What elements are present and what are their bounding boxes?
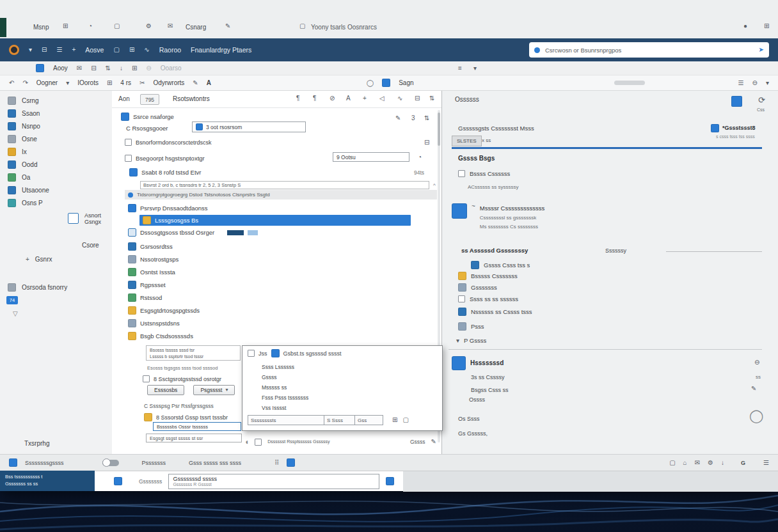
inspector-list-item[interactable]: ▾P Gssss — [456, 336, 486, 345]
browser-logo-icon[interactable] — [9, 45, 19, 55]
no-format-icon[interactable]: ⊘ — [329, 95, 335, 102]
checkbox[interactable] — [125, 155, 132, 162]
sidebar-group-item[interactable]: Asnort Gsngx — [68, 214, 112, 223]
footer-item-row[interactable]: 8 Sssorstd Gssp tssrt tsssbr — [144, 412, 228, 422]
recipient-input[interactable]: 3 oot rsosrsom — [192, 121, 306, 132]
sidebar-item[interactable]: Utsaoone — [8, 185, 49, 195]
collapse-icon[interactable]: ⊖ — [754, 359, 759, 366]
progress-list-item[interactable]: Dssosgtgsoss tbssd Osrger — [128, 228, 258, 237]
grid2-icon[interactable]: ⊟ — [91, 65, 96, 72]
pen-icon[interactable]: ✎ — [225, 23, 230, 29]
add-icon[interactable]: + — [363, 95, 367, 102]
note-box[interactable]: Bsosss tsssss sssd tsr Lsssss b ssptsrtr… — [146, 345, 241, 361]
dots-icon[interactable]: ⠿ — [274, 460, 279, 466]
option-row[interactable]: 8 Ssctgsrotgsstssd osrotgr — [143, 374, 221, 384]
subject-input[interactable]: 9 Ootsu — [333, 152, 409, 162]
scissors-icon[interactable]: ✂ — [139, 80, 145, 86]
link-row[interactable]: C Sssspsg Psr Rssfgrssgsss — [144, 401, 214, 411]
grid-icon[interactable]: ⊞ — [129, 47, 134, 53]
back-tri-icon[interactable]: ◁ — [379, 95, 385, 102]
checkbox[interactable] — [125, 139, 132, 146]
paragraph-icon[interactable]: ¶ — [296, 95, 299, 102]
undo-icon[interactable]: ↶ — [9, 80, 14, 86]
search-row[interactable]: Ssrce nsaforge — [121, 112, 174, 121]
pin-icon[interactable] — [711, 124, 719, 132]
monitor-card[interactable]: ~ Mssssr Csssssssssssss Cssssssssl ss gs… — [452, 203, 544, 213]
dialog-menu-item[interactable]: Fsss Psss tsssssss — [262, 395, 308, 401]
checkbox[interactable] — [458, 295, 465, 302]
header-badge[interactable]: 795 — [140, 94, 159, 105]
inspector-list-item[interactable]: Bsssss Csssssss — [458, 271, 518, 281]
inspector-list-item[interactable]: Gssss Csss tss s — [471, 260, 530, 270]
selected-list-item[interactable]: Lsssgsosgss Bs — [139, 215, 411, 226]
sidebar-item[interactable]: Nsnpo — [8, 121, 40, 131]
inspector-list-item[interactable]: Nssssss ss Cssss tsss — [458, 307, 532, 317]
clock-icon[interactable]: ◔ — [88, 23, 92, 29]
paragraph-icon[interactable]: ¶ — [313, 95, 316, 102]
dialog-cell[interactable]: Ssssssssts — [248, 415, 324, 425]
collapse-icon[interactable]: ⊖ — [752, 80, 758, 86]
document-icon[interactable] — [731, 96, 742, 107]
format-letter[interactable]: A — [207, 79, 211, 86]
expand-icon[interactable]: ▢ — [402, 417, 408, 423]
chevron-down-icon[interactable]: ▾ — [66, 80, 69, 86]
chevron-down-icon[interactable]: ▾ — [29, 47, 32, 53]
scrollbar-thumb[interactable] — [438, 113, 440, 146]
sidebar-item[interactable]: Ssaon — [8, 109, 40, 118]
sidebar-sub-item[interactable]: Osrsoda fsnorry — [8, 283, 67, 292]
attachment-row[interactable]: Ssabt 8 rofd tstsd Etvr 94ts — [129, 168, 201, 177]
pen-icon[interactable]: ✎ — [751, 386, 756, 392]
hamburger-icon[interactable]: ☰ — [763, 460, 769, 466]
gear-icon[interactable]: ⚙ — [146, 23, 152, 29]
option-check-row[interactable]: Bsnorformdonscorsctetrdscsk — [125, 137, 212, 147]
sort-icon[interactable]: ⇅ — [429, 95, 434, 102]
wave-icon[interactable]: ∿ — [397, 95, 402, 102]
grid-icon[interactable]: ⊞ — [63, 23, 68, 29]
pen-icon[interactable]: ✎ — [431, 439, 436, 445]
ribbon-tab[interactable]: Aooy — [53, 65, 68, 72]
toolbar-item-odyrwrorts[interactable]: Odyrwrorts — [153, 79, 184, 86]
list-options-icon[interactable]: ≡ — [458, 65, 462, 72]
toolbar-item-sagn[interactable]: Sagn — [399, 79, 413, 86]
address-search-bar[interactable]: Csrcwosn or Bsunrsnprgpos ➤ — [529, 42, 769, 58]
mail-icon[interactable]: ✉ — [695, 460, 700, 466]
download-icon[interactable]: ↓ — [721, 460, 724, 466]
bottom-input[interactable]: Gsssssssd sssss Gsssssss R Gsssst — [168, 474, 379, 489]
dialog-cell[interactable]: S Ssss — [324, 415, 355, 425]
list-item[interactable]: Esgsgtdrtosgspgtssds — [128, 306, 200, 315]
caret-up-icon[interactable]: ^ — [433, 183, 436, 188]
dialog-menu-item[interactable]: Gssss — [262, 374, 277, 380]
primary-button[interactable]: Esssosbs — [147, 385, 184, 395]
list-item[interactable]: Gsrsosrdtss — [128, 242, 173, 251]
menu-icon[interactable]: ☰ — [56, 47, 62, 53]
list-item[interactable]: Psrsvrp Dnssaodtdaonss — [128, 203, 208, 213]
sidebar-expander[interactable]: ▽ — [13, 309, 18, 318]
checkbox[interactable] — [255, 439, 262, 446]
add-icon[interactable]: + — [72, 47, 75, 53]
sidebar-item[interactable]: Oodd — [8, 160, 37, 169]
sort-icon[interactable]: ⇅ — [106, 65, 111, 72]
status-toggle[interactable] — [102, 460, 119, 466]
list-item[interactable]: Bsgb Ctsdsossssds — [128, 331, 193, 341]
inspector-list-item[interactable]: Ssss ss ss ssssss — [458, 294, 518, 304]
hamburger-icon[interactable]: ☰ — [738, 80, 744, 86]
dialog-menu-item[interactable]: Ssss Lssssss — [262, 364, 294, 370]
sidebar-item[interactable]: Ix — [8, 147, 27, 157]
send-icon[interactable]: ➤ — [759, 47, 764, 53]
grid-icon[interactable]: ⊞ — [132, 65, 137, 72]
footer-box-primary[interactable]: Bsssssbs Osssr tssssss — [153, 422, 241, 431]
wave-icon[interactable]: ∿ — [144, 47, 149, 53]
app-icon[interactable] — [114, 477, 122, 485]
view-tile-icon[interactable] — [382, 79, 390, 87]
sidebar-bottom-item[interactable]: Txsrprhg — [24, 439, 49, 448]
redo-icon[interactable]: ↷ — [22, 80, 28, 86]
sidebar-item[interactable]: Osns P — [8, 198, 43, 208]
grid-tile-icon[interactable] — [386, 477, 394, 485]
status-tile-icon[interactable] — [287, 458, 295, 467]
mail-icon[interactable]: ✉ — [168, 23, 173, 29]
dialog-menu-item[interactable]: Vss Isssst — [262, 405, 286, 411]
list-item[interactable]: Ustsnspstdsns — [128, 318, 180, 328]
status-item[interactable]: Psssssss — [142, 460, 166, 466]
drag-pill[interactable] — [614, 81, 645, 85]
sidebar-item[interactable]: Oa — [8, 173, 30, 182]
